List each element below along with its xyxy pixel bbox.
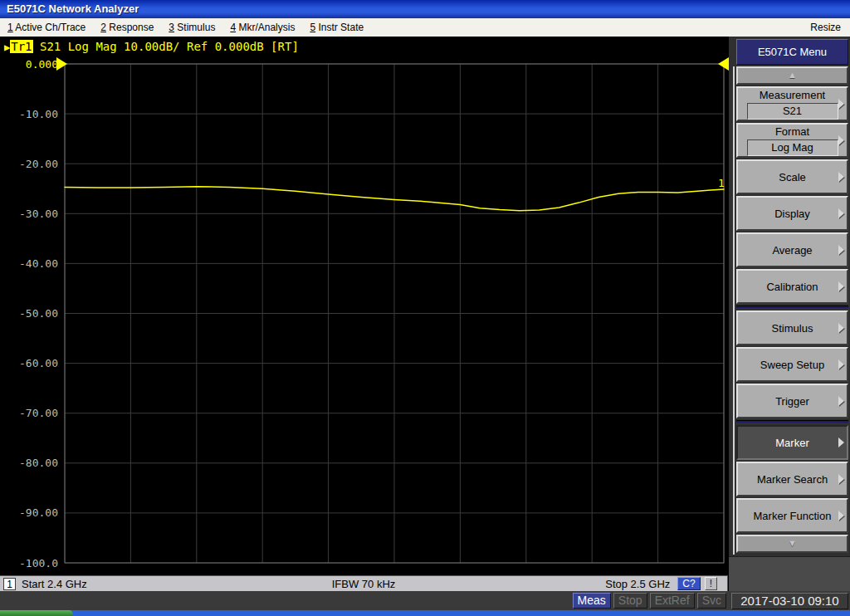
softkey-label: Marker [775, 437, 808, 449]
softkey-label: Scale [779, 171, 806, 183]
menu-bar: 1 Active Ch/Trace2 Response3 Stimulus4 M… [0, 18, 850, 37]
ref-level-marker-left-icon [56, 57, 67, 71]
warning-badge: ! [705, 577, 717, 590]
submenu-arrow-icon [838, 99, 844, 109]
menu-item-active-ch-trace[interactable]: 1 Active Ch/Trace [0, 18, 93, 37]
status-badge-meas: Meas [573, 593, 611, 609]
submenu-arrow-icon [838, 359, 844, 369]
menu-item-stimulus[interactable]: 3 Stimulus [161, 18, 222, 37]
softkey-value-s21: S21 [747, 103, 838, 120]
y-axis-tick-label: -100.0 [19, 557, 58, 570]
start-frequency-label: Start 2.4 GHz [22, 578, 87, 590]
softkey-label: Average [772, 244, 812, 257]
softkey-button-average[interactable]: Average [736, 232, 848, 267]
softkey-button-scale[interactable]: Scale [736, 159, 848, 194]
softkey-button-marker[interactable]: Marker [736, 425, 848, 460]
submenu-arrow-icon [838, 511, 844, 521]
softkey-label: Calibration [766, 281, 818, 293]
channel-number-box: 1 [3, 578, 16, 590]
y-axis-tick-label: -40.00 [19, 257, 58, 270]
menu-item-instr-state[interactable]: 5 Instr State [302, 18, 371, 37]
softkey-value-log-mag: Log Mag [747, 139, 838, 156]
submenu-arrow-icon [838, 135, 844, 145]
y-axis-tick-label: 0.000 [26, 58, 58, 71]
status-badges: MeasStopExtRefSvc [573, 593, 726, 609]
instrument-display: ▶Tr1 S21 Log Mag 10.00dB/ Ref 0.000dB [R… [0, 37, 729, 591]
submenu-arrow-icon [838, 438, 844, 447]
softkey-button-sweep-setup[interactable]: Sweep Setup [736, 347, 848, 382]
softkey-button-format[interactable]: FormatLog Mag [736, 123, 848, 158]
submenu-arrow-icon [838, 172, 844, 182]
sidebar-filler [729, 556, 850, 591]
softkey-button-stimulus[interactable]: Stimulus [736, 310, 848, 345]
softkey-button-marker-search[interactable]: Marker Search [736, 462, 848, 496]
softkey-label: Stimulus [772, 322, 813, 335]
y-axis-tick-label: -50.00 [19, 307, 58, 320]
scroll-up-icon: ▲ [788, 70, 797, 80]
menu-item-resize[interactable]: Resize [803, 18, 850, 37]
e5071c-screen: E5071C Network Analyzer 1 Active Ch/Trac… [0, 0, 850, 616]
softkey-menu-title: E5071C Menu [736, 39, 848, 65]
softkey-sidebar: E5071C Menu ▲ MeasurementS21FormatLog Ma… [729, 37, 850, 591]
submenu-arrow-icon [838, 208, 844, 218]
datetime-display: 2017-03-10 09:10 [731, 593, 848, 609]
y-axis-tick-label: -10.00 [19, 108, 58, 120]
softkey-separator [736, 420, 848, 423]
submenu-arrow-icon [838, 281, 844, 291]
y-axis-tick-label: -20.00 [19, 158, 58, 170]
softkey-button-trigger[interactable]: Trigger [736, 384, 848, 418]
softkey-button-display[interactable]: Display [736, 196, 848, 231]
y-axis-tick-label: -80.00 [19, 457, 58, 469]
softkey-scroll-up-button[interactable]: ▲ [736, 66, 848, 85]
softkey-label: Trigger [775, 395, 809, 408]
submenu-arrow-icon [838, 396, 844, 406]
softkey-separator [736, 306, 848, 308]
stop-frequency-label: Stop 2.5 GHz [605, 578, 670, 590]
softkey-column: ▲ MeasurementS21FormatLog MagScaleDispla… [736, 66, 848, 555]
softkey-scroll-down-button[interactable]: ▼ [736, 535, 848, 553]
submenu-arrow-icon [838, 474, 844, 484]
window-title-bar: E5071C Network Analyzer [0, 0, 850, 18]
softkey-buttons: MeasurementS21FormatLog MagScaleDisplayA… [736, 86, 848, 533]
y-axis-tick-label: -30.00 [19, 208, 58, 220]
softkey-label: Marker Function [754, 510, 832, 522]
submenu-arrow-icon [838, 245, 844, 255]
channel-bar-right: Stop 2.5 GHz C? ! [605, 577, 724, 590]
softkey-button-measurement[interactable]: MeasurementS21 [736, 86, 848, 121]
softkey-label: Display [774, 208, 810, 220]
menu-item-mkr-analysis[interactable]: 4 Mkr/Analysis [222, 18, 302, 37]
windows-taskbar [0, 610, 850, 616]
start-button[interactable] [0, 610, 73, 616]
softkey-button-calibration[interactable]: Calibration [736, 269, 848, 304]
menu-item-response[interactable]: 2 Response [93, 18, 161, 37]
window-title: E5071C Network Analyzer [7, 2, 139, 15]
channel-status-bar: 1 Start 2.4 GHz IFBW 70 kHz Stop 2.5 GHz… [0, 575, 728, 591]
cal-status-badge: C? [677, 577, 700, 590]
status-badge-stop: Stop [613, 593, 647, 609]
submenu-arrow-icon [838, 323, 844, 333]
softkey-label: Measurement [760, 89, 825, 101]
softkey-scroll-track [733, 66, 735, 555]
y-axis-tick-label: -90.00 [19, 506, 58, 519]
status-badge-svc: Svc [697, 593, 726, 609]
status-badge-extref: ExtRef [650, 593, 695, 609]
scroll-down-icon: ▼ [788, 538, 797, 548]
graticule-svg: 0.000-10.00-20.00-30.00-40.00-50.00-60.0… [0, 37, 729, 591]
trace-end-number-label: 1 [718, 177, 725, 189]
softkey-label: Marker Search [757, 473, 828, 486]
y-axis-tick-label: -70.00 [19, 407, 58, 419]
instrument-status-bar: MeasStopExtRefSvc 2017-03-10 09:10 [0, 591, 850, 610]
softkey-button-marker-function[interactable]: Marker Function [736, 498, 848, 533]
softkey-label: Sweep Setup [760, 359, 824, 371]
y-axis-tick-label: -60.00 [19, 357, 58, 369]
softkey-label: Format [775, 125, 809, 138]
menu-bar-items: 1 Active Ch/Trace2 Response3 Stimulus4 M… [0, 18, 371, 37]
